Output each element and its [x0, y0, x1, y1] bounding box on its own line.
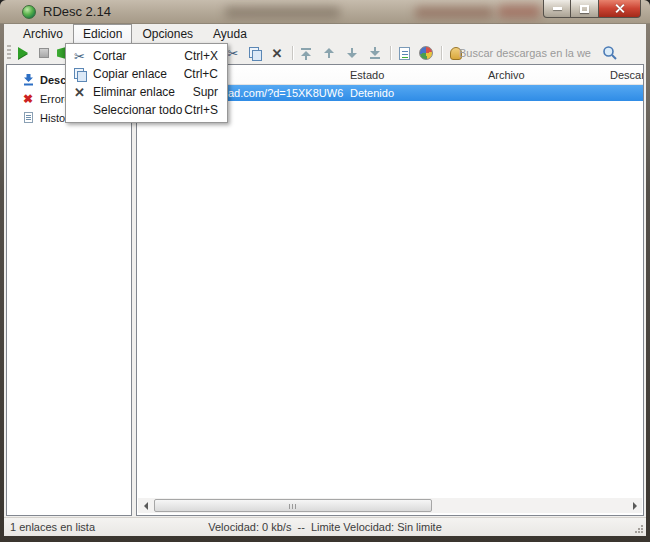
play-icon	[18, 47, 28, 59]
search-icon[interactable]	[602, 45, 618, 65]
download-status-cell: Detenido	[350, 87, 394, 99]
delete-icon: ✕	[66, 86, 93, 99]
delete-icon: ✕	[272, 47, 283, 60]
stop-icon	[39, 48, 49, 58]
scroll-right-button[interactable]	[627, 498, 642, 513]
status-speed: Velocidad: 0 kb/s -- Limite Velocidad: S…	[4, 521, 646, 533]
arrow-up-icon	[323, 47, 335, 59]
error-icon: ✖	[21, 92, 35, 106]
properties-icon	[399, 47, 410, 60]
menu-item-cortar[interactable]: ✂ Cortar Ctrl+X	[66, 47, 227, 65]
arrow-down-icon	[346, 47, 358, 59]
menu-ayuda[interactable]: Ayuda	[203, 25, 257, 43]
menu-item-copiar-enlace[interactable]: Copiar enlace Ctrl+C	[66, 65, 227, 83]
scrollbar-thumb[interactable]	[154, 499, 432, 512]
copy-icon	[66, 68, 93, 80]
titlebar-blur-decoration	[498, 5, 540, 18]
menu-item-seleccionar-todo[interactable]: Seleccionar todo Ctrl+S	[66, 101, 227, 119]
column-header-archivo[interactable]: Archivo	[488, 69, 525, 81]
move-bottom-button[interactable]	[366, 44, 384, 62]
app-window: RDesc 2.14 Archivo Edicion Opciones Ayud…	[0, 0, 650, 542]
edit-menu-popup: ✂ Cortar Ctrl+X Copiar enlace Ctrl+C ✕ E…	[65, 43, 228, 123]
window-title: RDesc 2.14	[43, 4, 111, 19]
sidebar: Descargas ✖ Errores Historial	[6, 64, 132, 516]
delete-button[interactable]: ✕	[268, 44, 286, 62]
titlebar[interactable]: RDesc 2.14	[0, 0, 650, 24]
arrow-right-icon	[633, 502, 637, 510]
arrow-bottom-icon	[369, 47, 381, 60]
stop-download-button[interactable]	[35, 44, 53, 62]
shortcut-label: Ctrl+X	[184, 49, 227, 63]
copy-button[interactable]	[246, 44, 264, 62]
titlebar-blur-decoration	[225, 7, 340, 18]
horizontal-scrollbar[interactable]	[138, 498, 642, 513]
app-icon	[22, 5, 36, 19]
window-controls	[543, 0, 641, 18]
search-input[interactable]: Buscar descargas en la we	[459, 47, 591, 59]
history-icon	[21, 112, 35, 123]
toolbar-separator	[390, 46, 391, 60]
resize-grip[interactable]	[634, 524, 644, 534]
copy-icon	[249, 47, 261, 59]
toolbar-separator	[441, 46, 442, 60]
menu-item-eliminar-enlace[interactable]: ✕ Eliminar enlace Supr	[66, 83, 227, 101]
maximize-button[interactable]	[571, 0, 599, 18]
properties-button[interactable]	[395, 44, 413, 62]
scissors-icon: ✂	[228, 47, 239, 60]
menu-opciones[interactable]: Opciones	[132, 25, 203, 43]
maximize-icon	[580, 5, 589, 13]
column-header-estado[interactable]: Estado	[350, 69, 384, 81]
download-link-cell: ad.com/?d=15XK8UW6	[228, 87, 343, 99]
menu-edicion[interactable]: Edicion	[73, 24, 132, 44]
titlebar-blur-decoration	[415, 7, 493, 18]
move-up-button[interactable]	[320, 44, 338, 62]
shortcut-label: Ctrl+S	[184, 103, 227, 117]
scissors-icon: ✂	[66, 50, 93, 63]
menu-archivo[interactable]: Archivo	[13, 25, 73, 43]
close-icon	[614, 3, 625, 14]
shortcut-label: Ctrl+C	[184, 67, 227, 81]
scroll-left-button[interactable]	[138, 498, 153, 513]
globe-pie-icon	[419, 46, 433, 60]
arrow-top-icon	[300, 47, 312, 60]
minimize-icon	[553, 7, 562, 10]
minimize-button[interactable]	[543, 0, 571, 18]
statusbar: 1 enlaces en lista Velocidad: 0 kb/s -- …	[4, 517, 646, 536]
shortcut-label: Supr	[193, 85, 227, 99]
move-top-button[interactable]	[297, 44, 315, 62]
start-download-button[interactable]	[14, 44, 32, 62]
close-button[interactable]	[599, 0, 641, 18]
column-header-descarga[interactable]: Descarga	[610, 69, 643, 81]
download-icon	[21, 74, 35, 86]
web-button[interactable]	[417, 44, 435, 62]
toolbar-grip[interactable]	[7, 45, 11, 61]
downloads-list[interactable]: Estado Archivo Descarga ad.com/?d=15XK8U…	[136, 64, 644, 516]
menubar: Archivo Edicion Opciones Ayuda	[4, 24, 646, 43]
toolbar-separator	[292, 46, 293, 60]
move-down-button[interactable]	[343, 44, 361, 62]
arrow-left-icon	[144, 502, 148, 510]
